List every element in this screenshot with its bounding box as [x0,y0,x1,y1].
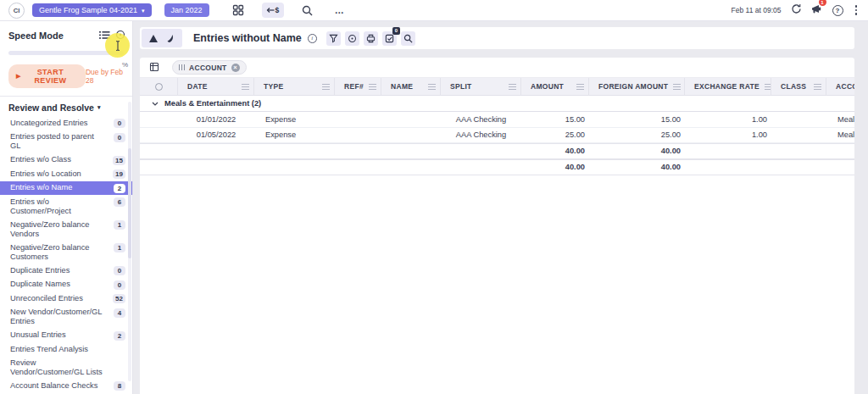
count-badge: 6 [114,197,125,207]
table-search-icon[interactable] [401,31,415,46]
sidebar-item-entries-wo-location[interactable]: Entries w/o Location19 [0,167,132,181]
top-bar: CI Gentle Frog Sample 04-2021 ▾ Jan 2022… [0,0,868,21]
grouping-chip-row: ACCOUNT × [140,58,854,78]
sidebar-item-review-vendor-customer-gl-lists[interactable]: Review Vendor/Customer/GL Lists [0,356,132,379]
column-header-ref[interactable]: REF# [335,78,381,95]
column-menu-icon[interactable] [765,84,771,90]
help-icon[interactable]: ? [832,5,843,16]
count-badge: 4 [114,308,125,318]
brush-icon [166,33,176,43]
sidebar-item-entries-wo-class[interactable]: Entries w/o Class15 [0,153,132,168]
column-header-exchange-rate[interactable]: EXCHANGE RATE [685,78,771,95]
sidebar-item-duplicate-names[interactable]: Duplicate Names0 [0,278,132,292]
column-menu-icon[interactable] [369,84,376,90]
column-menu-icon[interactable] [576,84,584,90]
column-menu-icon[interactable] [242,84,249,90]
column-header-date[interactable]: DATE [178,78,254,95]
bulk-select-icon[interactable]: 0 [382,31,397,46]
count-badge: 1 [114,220,125,230]
subtotal-foreign-amount: 40.00 [589,147,685,155]
column-header-type[interactable]: TYPE [254,78,335,95]
print-export-icon[interactable] [364,31,378,46]
table-header-row: DATE TYPE REF# NAME SPLIT AMOUNT FOREIGN… [140,78,854,96]
count-badge: 2 [114,184,125,193]
sidebar-item-uncategorized-entries[interactable]: Uncategorized Entries0 [0,116,132,130]
refresh-icon[interactable] [791,3,802,18]
cell-foreign-amount: 15.00 [589,115,685,124]
search-icon[interactable] [298,3,317,19]
table-row[interactable]: 01/05/2022 Expense AAA Checking 25.00 25… [140,128,854,144]
cell-split: AAA Checking [441,115,521,124]
column-header-class[interactable]: CLASS [771,78,826,95]
view-toolbar: Entries without Name i 0 [140,27,854,49]
count-badge: 1 [114,243,125,252]
last-refresh-timestamp: Feb 11 at 09:05 [732,6,782,14]
start-review-button[interactable]: ▶ START REVIEW [8,64,86,88]
transactions-icon[interactable]: $ [262,3,284,18]
column-menu-icon[interactable] [814,84,821,90]
sidebar-item-new-vendor-customer-gl-entries[interactable]: New Vendor/Customer/GL Entries4 [0,306,132,329]
count-badge: 19 [113,169,125,179]
info-icon[interactable]: i [308,34,317,43]
column-header-split[interactable]: SPLIT [441,78,521,95]
column-header-foreign-amount[interactable]: FOREIGN AMOUNT [589,78,685,95]
table-row[interactable]: 01/01/2022 Expense AAA Checking 15.00 15… [140,112,854,128]
main-area: Entries without Name i 0 [133,21,868,394]
column-header-name[interactable]: NAME [381,78,441,95]
cell-account: Meals & Entertainment [826,130,854,139]
count-badge: 15 [113,156,125,165]
count-badge: 52 [113,294,125,303]
selected-count-badge: 0 [392,27,400,35]
count-badge: 2 [114,331,125,341]
sidebar-item-unusual-entries[interactable]: Unusual Entries2 [0,329,132,343]
announcements-icon[interactable]: 1 [811,3,823,18]
entries-table-card: ACCOUNT × DATE TYPE REF# NAME SPLIT AMOU… [140,58,854,394]
sidebar-item-entries-posted-to-parent-gl[interactable]: Entries posted to parent GL0 [0,130,132,153]
count-badge: 0 [114,280,125,290]
period-button[interactable]: Jan 2022 [164,3,209,17]
sidebar-item-negative-zero-balance-customers[interactable]: Negative/Zero balance Customers1 [0,241,132,264]
speed-mode-title: Speed Mode [8,31,99,41]
remove-chip-icon[interactable]: × [231,64,240,72]
cell-type: Expense [254,115,335,124]
column-menu-icon[interactable] [673,84,681,90]
dashboard-grid-icon[interactable] [228,2,248,19]
cell-amount: 15.00 [521,115,589,124]
column-header-account[interactable]: ACCOUNT [826,78,854,95]
sidebar-item-account-balance-checks[interactable]: Account Balance Checks8 [0,379,132,393]
sidebar-item-entries-wo-customer-project[interactable]: Entries w/o Customer/Project6 [0,195,132,218]
view-mode-switch[interactable] [142,29,182,47]
count-badge: 8 [114,381,125,391]
sidebar-scrollbar-thumb[interactable] [128,148,131,258]
settings-target-icon[interactable] [115,28,125,43]
sidebar-item-negative-zero-balance-vendors[interactable]: Negative/Zero balance Vendors1 [0,218,132,241]
client-selector-dropdown[interactable]: Gentle Frog Sample 04-2021 ▾ [32,3,152,17]
review-and-resolve-header[interactable]: Review and Resolve▾ [0,97,132,116]
sidebar-item-entries-wo-name[interactable]: Entries w/o Name2 [0,181,132,196]
client-selector-label: Gentle Frog Sample 04-2021 [39,6,137,14]
review-progress-bar [8,51,124,55]
kebab-menu-icon[interactable] [853,4,860,16]
count-badge: 0 [114,266,125,275]
select-all-checkbox[interactable] [140,78,178,95]
period-label: Jan 2022 [171,6,203,14]
snooze-icon[interactable] [345,31,359,46]
column-menu-icon[interactable] [428,84,436,90]
sidebar-item-unreconciled-entries[interactable]: Unreconciled Entries52 [0,291,132,306]
column-header-amount[interactable]: AMOUNT [521,78,589,95]
sidebar-item-duplicate-entries[interactable]: Duplicate Entries0 [0,264,132,278]
column-menu-icon[interactable] [509,84,516,90]
list-view-icon[interactable] [99,28,110,43]
sidebar-item-entries-trend-analysis[interactable]: Entries Trend Analysis [0,342,132,356]
group-by-account-chip[interactable]: ACCOUNT × [172,60,247,75]
alert-triangle-icon [148,34,159,43]
svg-text:$: $ [275,6,279,14]
review-checks-list: Uncategorized Entries0 Entries posted to… [0,116,132,394]
more-menu-icon[interactable]: … [331,3,349,18]
grand-total-row: 40.00 40.00 [140,159,854,175]
table-settings-icon[interactable] [149,60,159,75]
total-foreign-amount: 40.00 [589,163,685,171]
group-row-meals-entertainment[interactable]: Meals & Entertainment (2) [140,96,854,112]
column-menu-icon[interactable] [322,84,330,90]
filter-icon[interactable] [326,31,341,46]
